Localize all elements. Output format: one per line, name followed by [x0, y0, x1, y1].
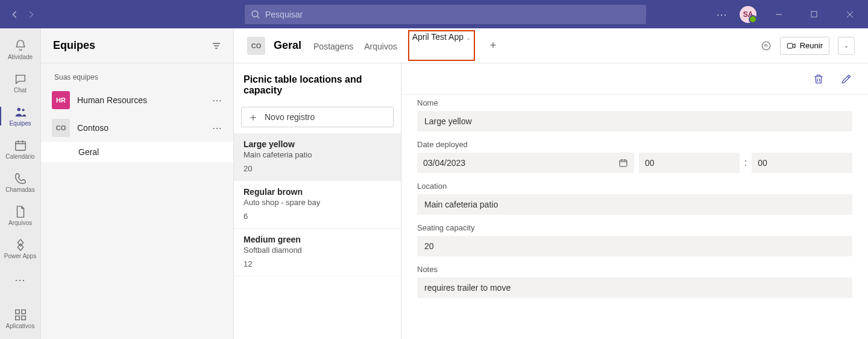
teams-icon — [14, 106, 27, 119]
team-avatar: HR — [52, 91, 70, 109]
forward-button[interactable] — [24, 7, 38, 22]
svg-rect-7 — [15, 316, 19, 320]
maximize-button[interactable] — [800, 0, 828, 28]
teams-title: Equipes — [53, 39, 95, 52]
tabbar-right: Reunir ⌄ — [761, 37, 855, 55]
notes-input[interactable] — [417, 277, 852, 298]
date-label: Date deployed — [417, 140, 852, 149]
svg-rect-6 — [21, 310, 25, 314]
rail-calls[interactable]: Chamadas — [0, 166, 41, 199]
record-item[interactable]: Large yellow Main cafeteria patio 20 — [234, 133, 401, 181]
phone-icon — [14, 172, 27, 185]
channel-tabs: Postagens Arquivos April Test App⌄ — [313, 30, 475, 61]
detail-pane: Nome Date deployed 00 — [401, 63, 868, 339]
new-record-button[interactable]: ＋ Novo registro — [241, 107, 394, 127]
channel-avatar: CO — [247, 37, 265, 55]
team-name: Contoso — [77, 123, 205, 133]
file-icon — [14, 205, 27, 218]
rail-calendar[interactable]: Calendário — [0, 133, 41, 166]
svg-rect-1 — [811, 11, 817, 17]
time-minute-input[interactable]: 00 — [752, 153, 852, 173]
plus-icon: ＋ — [248, 110, 259, 124]
name-input[interactable] — [417, 111, 852, 131]
bell-icon — [14, 39, 27, 52]
svg-rect-4 — [15, 142, 25, 151]
minimize-button[interactable] — [765, 0, 792, 28]
search-box[interactable] — [245, 5, 646, 24]
time-hour-input[interactable]: 00 — [639, 153, 740, 173]
svg-rect-10 — [787, 43, 793, 48]
name-label: Nome — [417, 98, 852, 107]
record-list: Picnic table locations and capacity ＋ No… — [234, 63, 401, 339]
search-icon — [251, 10, 260, 19]
more-icon[interactable]: ⋯ — [712, 8, 731, 21]
titlebar: ⋯ SA — [0, 0, 868, 28]
capacity-input[interactable] — [417, 236, 852, 256]
record-form: Nome Date deployed 00 — [401, 95, 868, 318]
powerapps-icon — [14, 238, 27, 252]
back-button[interactable] — [8, 7, 22, 22]
team-row-contoso[interactable]: CO Contoso ⋯ — [41, 114, 233, 142]
delete-button[interactable] — [813, 73, 825, 85]
team-row-hr[interactable]: HR Human Resources ⋯ — [41, 86, 233, 114]
team-more-icon[interactable]: ⋯ — [212, 95, 222, 106]
close-button[interactable] — [836, 0, 863, 28]
rail-chat[interactable]: Chat — [0, 66, 41, 100]
rail-apps[interactable]: Aplicativos — [0, 302, 41, 335]
add-tab-button[interactable]: + — [483, 36, 503, 55]
svg-point-0 — [252, 11, 258, 17]
location-input[interactable] — [417, 194, 852, 215]
list-title: Picnic table locations and capacity — [234, 63, 401, 107]
search-input[interactable] — [265, 10, 640, 19]
meet-dropdown[interactable]: ⌄ — [838, 37, 855, 55]
chat-icon — [14, 72, 27, 86]
svg-rect-8 — [21, 316, 25, 320]
tab-april-test-app[interactable]: April Test App⌄ — [408, 30, 475, 61]
capacity-label: Seating capacity — [417, 223, 852, 232]
app-rail: Atividade Chat Equipes Calendário Chamad… — [0, 28, 41, 339]
calendar-icon — [14, 139, 27, 152]
reply-icon[interactable] — [761, 40, 772, 51]
date-field[interactable] — [423, 158, 618, 168]
svg-point-2 — [17, 108, 20, 112]
channel-tabbar: CO Geral Postagens Arquivos April Test A… — [234, 28, 868, 63]
svg-rect-11 — [620, 160, 627, 166]
rail-teams[interactable]: Equipes — [0, 100, 41, 133]
svg-rect-5 — [15, 310, 19, 314]
chevron-down-icon: ⌄ — [466, 34, 471, 41]
rail-more[interactable]: ⋯ — [14, 268, 26, 292]
rail-files[interactable]: Arquivos — [0, 199, 41, 232]
record-item[interactable]: Medium green Softball diamond 12 — [234, 229, 401, 276]
video-icon — [787, 41, 796, 51]
date-input[interactable] — [417, 153, 634, 173]
notes-label: Notes — [417, 265, 852, 274]
detail-toolbar — [401, 63, 868, 95]
time-colon: : — [744, 157, 747, 168]
teams-sidebar: Equipes Suas equipes HR Human Resources … — [41, 28, 234, 339]
tab-arquivos[interactable]: Arquivos — [364, 30, 397, 61]
channel-geral[interactable]: Geral — [41, 142, 233, 162]
teams-header: Equipes — [41, 28, 233, 63]
location-label: Location — [417, 182, 852, 191]
tab-postagens[interactable]: Postagens — [313, 30, 353, 61]
titlebar-right: ⋯ SA — [712, 0, 863, 28]
calendar-icon[interactable] — [618, 158, 628, 168]
filter-icon[interactable] — [212, 41, 221, 51]
team-more-icon[interactable]: ⋯ — [212, 122, 222, 134]
edit-button[interactable] — [840, 73, 852, 85]
channel-name: Geral — [274, 39, 301, 52]
content-area: CO Geral Postagens Arquivos April Test A… — [234, 28, 868, 339]
team-avatar: CO — [52, 119, 70, 137]
user-avatar[interactable]: SA — [740, 6, 756, 23]
record-item[interactable]: Regular brown Auto shop - spare bay 6 — [234, 181, 401, 229]
rail-powerapps[interactable]: Power Apps — [0, 232, 41, 265]
team-name: Human Resources — [77, 95, 205, 105]
apps-icon — [14, 308, 27, 322]
nav-arrows — [5, 7, 41, 22]
rail-activity[interactable]: Atividade — [0, 33, 41, 66]
meet-button[interactable]: Reunir — [780, 37, 829, 55]
your-teams-label: Suas equipes — [41, 63, 233, 86]
svg-point-3 — [22, 109, 24, 111]
